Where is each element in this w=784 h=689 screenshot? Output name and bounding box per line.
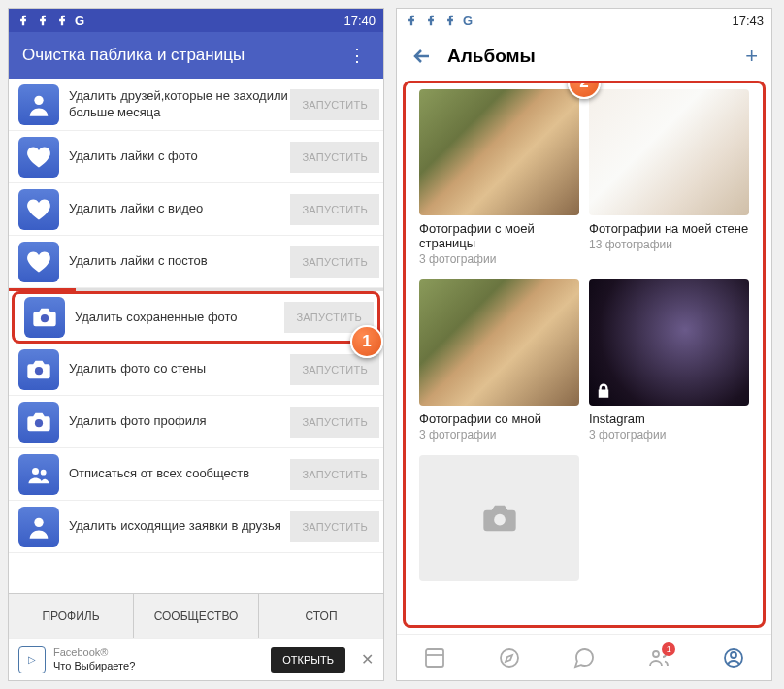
action-row: Удалить лайки с фото ЗАПУСТИТЬ [9, 131, 383, 183]
status-bar: G 17:40 [9, 9, 383, 32]
album-add[interactable] [419, 455, 579, 581]
album-count: 13 фотографии [589, 238, 749, 251]
action-label: Удалить друзей,которые не заходили больш… [69, 88, 290, 120]
run-button[interactable]: ЗАПУСТИТЬ [290, 354, 379, 385]
album-thumb-empty [419, 455, 579, 581]
run-button[interactable]: ЗАПУСТИТЬ [290, 459, 379, 490]
albums-grid: Фотографии с моей страницы 3 фотографии … [419, 83, 749, 581]
album-name: Фотографии на моей стене [589, 221, 749, 236]
svg-point-0 [34, 95, 43, 104]
camera-icon [24, 297, 65, 338]
back-icon[interactable] [410, 45, 434, 68]
svg-point-12 [731, 652, 736, 658]
camera-icon [18, 349, 59, 390]
run-button[interactable]: ЗАПУСТИТЬ [290, 142, 379, 173]
album-thumb [589, 279, 749, 406]
tab-stop[interactable]: СТОП [259, 594, 383, 638]
album-count: 3 фотографии [589, 428, 749, 442]
album-item[interactable]: Фотографии с моей страницы 3 фотографии [419, 89, 579, 266]
svg-point-7 [494, 514, 506, 526]
add-icon[interactable]: + [745, 44, 758, 69]
actions-list: Удалить друзей,которые не заходили больш… [9, 79, 383, 593]
run-button[interactable]: ЗАПУСТИТЬ [290, 194, 379, 225]
action-row: Удалить сохраненные фото ЗАПУСТИТЬ 1 [12, 291, 380, 344]
app-title: Очистка паблика и страницы [22, 46, 344, 65]
nav-messages[interactable] [546, 635, 621, 680]
run-button[interactable]: ЗАПУСТИТЬ [290, 407, 379, 438]
action-row: Удалить друзей,которые не заходили больш… [9, 79, 383, 131]
phone-left: G 17:40 Очистка паблика и страницы ⋮ Уда… [8, 8, 384, 681]
status-icons: G [405, 14, 473, 28]
fb-icon [405, 14, 418, 27]
ad-brand: Facebook® [53, 646, 263, 659]
svg-point-1 [41, 314, 49, 322]
run-button[interactable]: ЗАПУСТИТЬ [290, 89, 379, 120]
google-icon: G [75, 14, 84, 28]
menu-icon[interactable]: ⋮ [344, 41, 370, 70]
albums-container: 2 Фотографии с моей страницы 3 фотографи… [403, 81, 766, 628]
ad-bar: ▷ Facebook® Что Выбираете? ОТКРЫТЬ ✕ [9, 638, 383, 680]
svg-point-4 [32, 468, 39, 475]
nav-friends[interactable]: 1 [622, 635, 697, 680]
tab-community[interactable]: СООБЩЕСТВО [134, 594, 259, 638]
nav-discover[interactable] [472, 635, 546, 680]
app-bar: Очистка паблика и страницы ⋮ [9, 32, 383, 79]
status-bar: G 17:43 [397, 9, 771, 32]
album-count: 3 фотографии [419, 428, 579, 442]
camera-icon [480, 499, 519, 538]
bottom-tabs: ПРОФИЛЬ СООБЩЕСТВО СТОП [9, 593, 383, 638]
action-row: Удалить лайки с видео ЗАПУСТИТЬ [9, 183, 383, 236]
action-row: Отписаться от всех сообществ ЗАПУСТИТЬ [9, 448, 383, 501]
status-time: 17:43 [732, 14, 764, 28]
bottom-nav: 1 [397, 634, 771, 680]
album-item[interactable]: Instagram 3 фотографии [589, 279, 749, 442]
phone-right: G 17:43 Альбомы + 2 Фотографии с моей ст… [396, 8, 772, 681]
run-button[interactable]: ЗАПУСТИТЬ [290, 511, 379, 542]
action-label: Удалить лайки с постов [69, 253, 290, 269]
page-title: Альбомы [447, 46, 745, 67]
action-label: Отписаться от всех сообществ [69, 466, 290, 481]
action-label: Удалить исходящие заявки в друзья [69, 518, 290, 534]
google-icon: G [463, 14, 473, 28]
ad-text: Facebook® Что Выбираете? [53, 646, 263, 672]
tab-profile[interactable]: ПРОФИЛЬ [9, 594, 134, 638]
fb-icon [424, 14, 438, 27]
fb-icon [443, 14, 457, 27]
album-item[interactable]: Фотографии на моей стене 13 фотографии [589, 89, 749, 266]
heart-icon [18, 189, 59, 230]
album-thumb [419, 279, 579, 406]
action-label: Удалить лайки с фото [69, 148, 290, 164]
person-icon [18, 507, 59, 547]
action-label: Удалить лайки с видео [69, 201, 290, 216]
nav-badge: 1 [662, 642, 675, 656]
action-row: Удалить фото профиля ЗАПУСТИТЬ [9, 396, 383, 448]
svg-rect-8 [426, 649, 443, 667]
nav-feed[interactable] [397, 635, 472, 680]
action-row: Удалить фото со стены ЗАПУСТИТЬ [9, 344, 383, 396]
album-item[interactable]: Фотографии со мной 3 фотографии [419, 279, 579, 442]
ad-line: Что Выбираете? [53, 660, 263, 673]
ad-choices-icon[interactable]: ▷ [18, 646, 46, 673]
album-name: Instagram [589, 411, 749, 426]
status-time: 17:40 [343, 14, 376, 28]
album-thumb [589, 89, 749, 215]
action-row: Удалить лайки с постов ЗАПУСТИТЬ [9, 236, 383, 288]
svg-point-10 [653, 651, 659, 657]
camera-icon [18, 402, 59, 443]
album-name: Фотографии со мной [419, 411, 579, 426]
fb-icon [16, 14, 30, 27]
action-label: Удалить фото со стены [69, 361, 290, 377]
heart-icon [18, 242, 59, 282]
nav-profile[interactable] [697, 635, 771, 680]
album-name: Фотографии с моей страницы [419, 221, 579, 250]
ad-open-button[interactable]: ОТКРЫТЬ [271, 647, 345, 673]
group-icon [18, 454, 59, 495]
svg-point-5 [41, 469, 47, 475]
ad-close-icon[interactable]: ✕ [353, 650, 374, 669]
fb-icon [55, 14, 69, 27]
album-thumb [419, 89, 579, 215]
run-button[interactable]: ЗАПУСТИТЬ [290, 246, 379, 278]
fb-icon [36, 14, 49, 27]
album-count: 3 фотографии [419, 252, 579, 266]
annotation-marker-1: 1 [350, 325, 383, 358]
